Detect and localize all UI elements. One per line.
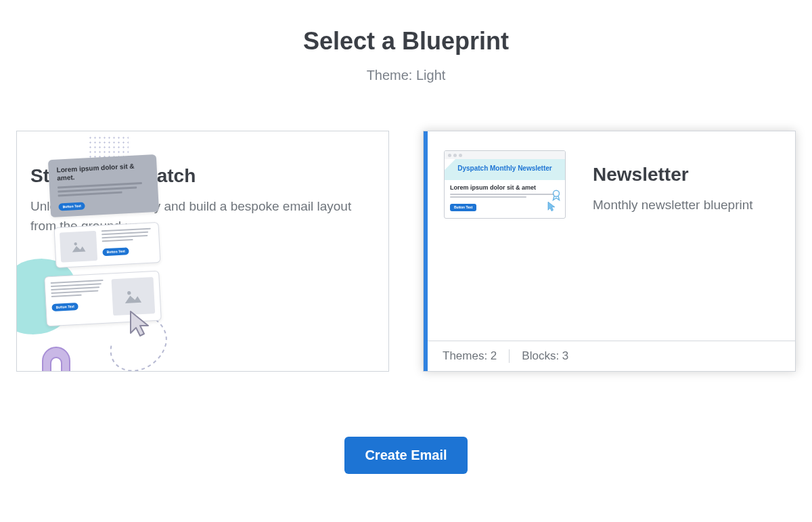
scratch-preview: Lorem ipsum dolor sit & amet. Button Tex…	[17, 131, 173, 371]
blueprint-card-scratch[interactable]: Lorem ipsum dolor sit & amet. Button Tex…	[16, 131, 389, 372]
ribbon-icon	[550, 189, 562, 201]
preview-button-pill: Button Text	[102, 247, 129, 256]
browser-chrome	[445, 151, 565, 159]
newsletter-card-description: Monthly newsletter blueprint	[593, 195, 779, 215]
svg-point-4	[554, 190, 560, 196]
newsletter-preview: Dyspatch Monthly Newsletter Lorem ipsum …	[424, 131, 579, 371]
blocks-count: Blocks: 3	[522, 349, 568, 363]
svg-point-1	[127, 291, 131, 295]
page-subtitle: Theme: Light	[367, 68, 446, 83]
newsletter-card-footer: Themes: 2 Blocks: 3	[428, 341, 795, 371]
page-title: Select a Blueprint	[303, 27, 509, 56]
newsletter-header: Dyspatch Monthly Newsletter	[445, 159, 565, 180]
preview-block-heading: Lorem ipsum dolor sit & amet. Button Tex…	[48, 154, 159, 217]
newsletter-card-title: Newsletter	[593, 164, 779, 186]
preview-button-pill: Button Text	[51, 302, 78, 311]
cursor-icon	[546, 200, 558, 213]
newsletter-header-title: Dyspatch Monthly Newsletter	[449, 165, 561, 173]
svg-point-0	[74, 242, 77, 246]
newsletter-card-text: Newsletter Monthly newsletter blueprint	[579, 131, 795, 371]
blueprint-card-newsletter[interactable]: Dyspatch Monthly Newsletter Lorem ipsum …	[423, 131, 796, 372]
newsletter-body: Lorem ipsum dolor sit & amet Button Text	[445, 180, 565, 219]
browser-frame: Dyspatch Monthly Newsletter Lorem ipsum …	[444, 150, 566, 219]
preview-button-pill: Button Text	[450, 204, 476, 211]
footer-divider	[509, 349, 510, 363]
blueprint-cards: Lorem ipsum dolor sit & amet. Button Tex…	[0, 131, 812, 372]
cursor-icon	[125, 307, 158, 340]
preview-button-pill: Button Text	[58, 202, 85, 211]
preview-block-heading-text: Lorem ipsum dolor sit & amet.	[56, 161, 149, 182]
magnet-icon	[36, 344, 76, 371]
image-placeholder-icon	[60, 231, 97, 263]
create-email-button[interactable]: Create Email	[344, 437, 467, 474]
preview-block-image-left: Button Text	[54, 222, 161, 268]
newsletter-body-heading: Lorem ipsum dolor sit & amet	[450, 184, 560, 192]
themes-count: Themes: 2	[443, 349, 497, 363]
